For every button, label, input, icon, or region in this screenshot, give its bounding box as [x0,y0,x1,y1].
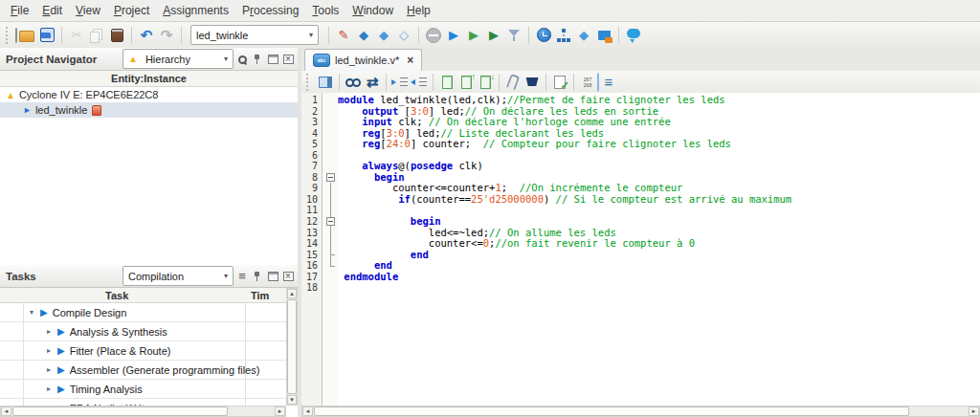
toolbar-separator [328,27,329,44]
tab-led-twinkle[interactable]: led_twinkle.v* × [304,49,422,71]
toolbar-grip[interactable] [6,27,12,44]
expand-arrow-icon[interactable]: ▸ [44,384,54,393]
menu-processing[interactable]: Processing [235,2,305,19]
bookmark-previous-icon[interactable] [476,73,495,92]
scroll-left-arrow[interactable]: ◂ [302,406,313,416]
netlist-viewer-icon[interactable] [504,26,523,45]
find-icon[interactable] [344,73,363,92]
flow-combobox[interactable]: Compilation ▾ [122,266,234,286]
attach-file-icon[interactable] [503,73,523,92]
menu-project[interactable]: Project [107,2,156,19]
left-panel: Project Navigator ▲ Hierarchy ▾ Entity:I… [0,48,299,417]
timing-analyzer-icon[interactable] [534,26,553,45]
task-row[interactable]: ▸▶Assembler (Generate programming files) [0,361,286,380]
editor-horizontal-scrollbar[interactable]: ◂ ▸ [301,406,980,417]
run-task-icon[interactable]: ▶ [57,384,65,394]
comment-block-icon[interactable] [523,73,542,92]
task-row[interactable]: ▸▶Timing Analysis [0,380,286,399]
tasks-horizontal-scrollbar[interactable]: ◂ ▸ [0,406,286,417]
scroll-right-arrow[interactable]: ▸ [275,406,285,416]
stop-processing-icon[interactable] [424,26,443,45]
run-task-icon[interactable]: ▶ [57,364,65,375]
task-column-header[interactable]: Task [105,290,128,301]
menu-icon[interactable]: ≡ [235,270,249,283]
tasks-vertical-scrollbar[interactable]: ▴ ▾ [286,288,298,406]
analysis-synthesis-icon[interactable]: ◆ [374,26,393,45]
pin-icon[interactable] [251,270,264,283]
entity-instance-column-header[interactable]: Entity:Instance [0,71,298,87]
save-icon[interactable] [37,26,56,45]
scroll-right-arrow[interactable]: ▸ [969,406,979,416]
code-line [338,282,980,294]
chat-help-icon[interactable] [624,26,643,45]
expand-arrow-icon[interactable]: ▸ [44,327,54,336]
paste-icon[interactable] [107,26,126,45]
menu-tools[interactable]: Tools [305,2,345,19]
task-row[interactable]: ▸▶Analysis & Synthesis [0,322,286,341]
line-number: 15 [301,250,322,261]
menu-file[interactable]: File [4,2,35,19]
increase-indent-icon[interactable] [390,73,410,92]
expand-arrow-icon[interactable]: ▸ [44,346,54,355]
decrease-indent-icon[interactable] [410,73,429,92]
partition-merge-icon[interactable]: ◇ [394,26,413,45]
project-combobox[interactable]: led_twinkle ▾ [190,25,319,45]
toolbar-grip[interactable] [306,74,313,91]
close-panel-icon[interactable] [281,53,295,66]
run-gate-simulation-icon[interactable]: ▶ [484,26,503,45]
project-combobox-value: led_twinkle [196,30,248,41]
task-row[interactable]: ▾▶Compile Design [0,303,286,322]
scroll-thumb[interactable] [314,406,909,416]
scroll-down-arrow[interactable]: ▾ [287,395,297,405]
scroll-up-arrow[interactable]: ▴ [287,289,297,298]
start-compilation-icon[interactable]: ▶ [444,26,463,45]
code-editor[interactable]: 123456789101112131415161718 module led_t… [301,93,980,406]
float-panel-icon[interactable] [266,53,279,66]
line-number: 18 [301,282,322,294]
search-icon[interactable] [235,53,249,66]
scroll-left-arrow[interactable]: ◂ [1,406,11,416]
fold-collapse-icon[interactable] [326,173,335,182]
time-column-header[interactable]: Tim [251,290,269,301]
pin-icon[interactable] [251,53,264,66]
close-panel-icon[interactable] [281,270,295,283]
bookmark-next-icon[interactable] [457,73,476,92]
float-panel-icon[interactable] [266,270,279,283]
expand-arrow-icon[interactable]: ▸ [44,365,54,374]
bookmark-toggle-icon[interactable] [437,73,457,92]
tree-row-led_twinkle[interactable]: ►led_twinkle [0,102,298,118]
tree-row-cyclone[interactable]: ▲Cyclone IV E: EP4CE6E22C8 [0,87,298,102]
line-number-gutter: 123456789101112131415161718 [301,93,323,406]
task-row[interactable]: ▸▶EDA Netlist Writer [0,399,286,406]
redo-icon[interactable]: ↷ [157,26,176,45]
hierarchy-icon[interactable] [554,26,573,45]
scroll-thumb[interactable] [287,299,297,394]
menu-view[interactable]: View [69,2,107,19]
detach-window-icon[interactable] [316,73,335,92]
programmer-icon[interactable] [594,26,613,45]
fold-collapse-icon[interactable] [326,217,335,226]
menu-help[interactable]: Help [400,2,437,19]
menu-edit[interactable]: Edit [35,2,69,19]
find-replace-icon[interactable]: ⇄ [363,73,382,92]
pen-tool-icon[interactable]: ✎ [334,26,353,45]
chevron-down-icon: ▾ [309,31,313,39]
spellcheck-icon[interactable] [550,73,569,92]
run-task-icon[interactable]: ▶ [40,307,48,318]
run-rtl-simulation-icon[interactable]: ▶ [464,26,483,45]
menu-assignments[interactable]: Assignments [156,2,235,19]
navigator-view-combobox[interactable]: ▲ Hierarchy ▾ [122,49,234,69]
run-task-icon[interactable]: ▶ [57,345,65,356]
open-project-icon[interactable] [17,26,36,45]
line-numbers-icon[interactable] [578,73,599,92]
scroll-thumb[interactable] [12,406,228,416]
menu-window[interactable]: Window [345,2,400,19]
whitespace-icon[interactable]: ≡ [599,73,618,92]
run-task-icon[interactable]: ▶ [57,326,65,337]
undo-icon[interactable]: ↶ [137,26,156,45]
collapse-arrow-icon[interactable]: ▾ [27,308,36,317]
compile-design-icon[interactable]: ◆ [354,26,373,45]
task-row[interactable]: ▸▶Fitter (Place & Route) [0,341,286,361]
close-icon[interactable]: × [407,54,413,67]
assignment-editor-icon[interactable]: ◆ [574,26,593,45]
